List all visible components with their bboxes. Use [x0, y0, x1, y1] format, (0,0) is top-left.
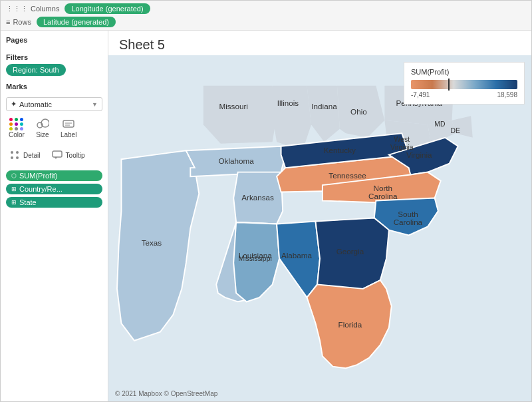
sum-profit-pill[interactable]: ⬡ SUM(Profit) — [6, 170, 102, 181]
content-area: Pages Filters Region: South Marks ✦ Auto… — [1, 31, 531, 401]
pages-section: Pages — [6, 36, 102, 47]
label-icon — [61, 118, 76, 130]
rows-text: Rows — [13, 18, 31, 26]
rows-icon: ≡ — [6, 18, 10, 26]
main-view: Sheet 5 — [108, 31, 531, 401]
sheet-title: Sheet 5 — [108, 31, 531, 55]
marks-type-dropdown[interactable]: ✦ Automatic ▼ — [6, 97, 102, 111]
svg-point-6 — [16, 151, 19, 154]
chevron-down-icon: ▼ — [92, 101, 98, 108]
field-pills: ⬡ SUM(Profit) ⊞ Country/Re... ⊞ State — [6, 170, 102, 208]
marks-type-icon: ✦ — [11, 100, 17, 108]
svg-point-7 — [11, 156, 13, 159]
state-label: State — [19, 198, 37, 206]
columns-row: ⋮⋮⋮ Columns Longitude (generated) — [6, 3, 526, 14]
tooltip-button[interactable]: Tooltip — [49, 146, 88, 164]
svg-rect-2 — [63, 120, 74, 127]
region-filter-pill[interactable]: Region: South — [6, 64, 66, 76]
sidebar: Pages Filters Region: South Marks ✦ Auto… — [1, 31, 108, 401]
svg-point-8 — [16, 156, 19, 159]
marks-section: Marks ✦ Automatic ▼ — [6, 83, 102, 208]
svg-rect-9 — [53, 151, 62, 157]
rows-label: ≡ Rows — [6, 18, 31, 26]
map-credit: © 2021 Mapbox © OpenStreetMap — [115, 390, 217, 397]
map-area[interactable]: Texas Oklahoma Arkansas Louisiana Missis… — [108, 55, 531, 401]
dimension-icon: ⊞ — [11, 186, 17, 192]
columns-icon: ⋮⋮⋮ — [6, 5, 28, 13]
tooltip-icon — [51, 149, 63, 161]
marks-icons-row: Color Size — [6, 115, 102, 141]
legend-marker — [448, 79, 450, 91]
marks-detail-row: Detail Tooltip — [6, 146, 102, 164]
map-svg: Texas Oklahoma Arkansas Louisiana Missis… — [108, 55, 531, 401]
measure-icon: ⬡ — [11, 172, 17, 179]
pages-title: Pages — [6, 36, 102, 44]
color-button[interactable]: Color — [6, 115, 27, 141]
missouri-state — [203, 86, 277, 144]
columns-text: Columns — [31, 5, 59, 13]
arkansas-state — [233, 172, 283, 224]
detail-button[interactable]: Detail — [6, 146, 43, 164]
legend-title: SUM(Profit) — [411, 68, 517, 76]
legend-max: 18,598 — [497, 91, 517, 99]
size-icon — [35, 118, 50, 130]
size-label: Size — [36, 131, 49, 138]
country-region-label: Country/Re... — [19, 185, 63, 193]
legend-labels: -7,491 18,598 — [411, 91, 517, 99]
profit-legend: SUM(Profit) -7,491 18,598 — [404, 62, 525, 104]
svg-marker-10 — [55, 157, 57, 159]
marks-title: Marks — [6, 83, 102, 91]
illinois-state — [273, 86, 311, 150]
rows-row: ≡ Rows Latitude (generated) — [6, 17, 526, 27]
latitude-pill[interactable]: Latitude (generated) — [37, 17, 116, 27]
toolbar: ⋮⋮⋮ Columns Longitude (generated) ≡ Rows… — [1, 1, 531, 31]
label-button[interactable]: Label — [58, 115, 79, 141]
marks-type-label: Automatic — [19, 100, 52, 108]
svg-point-5 — [11, 151, 13, 154]
detail-icon — [9, 149, 21, 161]
country-region-pill[interactable]: ⊞ Country/Re... — [6, 184, 102, 194]
columns-label: ⋮⋮⋮ Columns — [6, 5, 59, 13]
dimension-icon2: ⊞ — [11, 199, 17, 206]
filters-section: Filters Region: South — [6, 53, 102, 76]
legend-min: -7,491 — [411, 91, 430, 99]
longitude-pill[interactable]: Longitude (generated) — [65, 3, 150, 14]
tooltip-label: Tooltip — [66, 152, 85, 159]
detail-label: Detail — [23, 152, 41, 159]
color-icon — [9, 118, 24, 130]
svg-point-1 — [41, 119, 49, 127]
sum-profit-label: SUM(Profit) — [19, 172, 57, 180]
state-pill[interactable]: ⊞ State — [6, 197, 102, 208]
filters-title: Filters — [6, 53, 102, 61]
legend-gradient — [411, 80, 517, 89]
size-button[interactable]: Size — [33, 115, 53, 141]
label-label: Label — [61, 131, 76, 138]
color-label: Color — [9, 131, 25, 138]
